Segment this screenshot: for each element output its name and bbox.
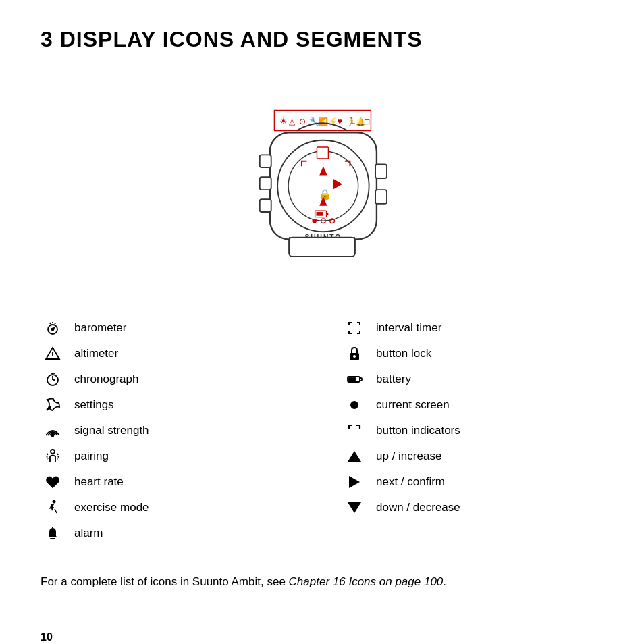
exercise-mode-label: exercise mode [74,501,149,514]
svg-rect-53 [349,378,355,381]
heart-rate-icon [41,474,65,490]
button-lock-label: button lock [376,347,431,360]
battery-item: battery [342,367,603,392]
page-title: 3 DISPLAY ICONS AND SEGMENTS [41,27,603,52]
svg-rect-15 [375,164,387,178]
button-lock-item: button lock [342,341,603,367]
footer-text: For a complete list of icons in Suunto A… [41,573,603,591]
chronograph-icon [41,371,65,387]
heart-rate-label: heart rate [74,475,124,489]
svg-rect-32 [289,238,355,257]
interval-timer-item: interval timer [342,315,603,341]
watch-diagram: ☀ △ ⊙ 🔧 📶 ⚡ ♥ 🏃 🔔 ⊡ [41,72,603,288]
altimeter-icon [41,346,65,362]
button-indicators-icon [342,423,367,439]
battery-icon [342,371,367,387]
svg-text:📶: 📶 [319,117,329,126]
chronograph-label: chronograph [74,373,138,386]
svg-point-35 [52,329,54,331]
pairing-item: pairing [41,444,302,469]
signal-strength-item: signal strength [41,418,302,444]
alarm-icon [41,525,65,541]
current-screen-icon [342,397,367,413]
svg-text:⊡: ⊡ [364,117,370,126]
svg-text:♥: ♥ [338,117,342,126]
signal-strength-label: signal strength [74,424,149,437]
barometer-item: barometer [41,315,302,341]
down-decrease-item: down / decrease [342,495,603,520]
icons-grid: barometer altimeter chron [41,315,603,546]
next-confirm-label: next / confirm [376,475,445,489]
battery-label: battery [376,373,411,386]
exercise-mode-icon [41,500,65,516]
right-icons-column: interval timer button lock battery [342,315,603,546]
svg-text:⊙: ⊙ [299,117,306,126]
svg-point-27 [312,219,317,223]
alarm-item: alarm [41,520,302,546]
svg-marker-55 [348,451,361,462]
button-indicators-item: button indicators [342,418,603,444]
interval-timer-icon [342,320,367,336]
barometer-label: barometer [74,321,126,335]
settings-item: settings [41,392,302,418]
page-number: 10 [41,631,603,643]
svg-rect-16 [375,190,387,204]
barometer-icon [41,320,65,336]
svg-point-50 [353,355,356,358]
interval-timer-label: interval timer [376,321,441,335]
svg-marker-57 [348,502,361,513]
current-screen-item: current screen [342,392,603,418]
svg-point-54 [350,401,358,409]
down-decrease-label: down / decrease [376,501,460,514]
svg-point-45 [51,450,55,454]
signal-strength-icon [41,423,65,439]
svg-point-46 [53,500,56,504]
svg-rect-14 [260,199,271,212]
button-lock-icon [342,346,367,362]
svg-rect-13 [260,177,271,190]
svg-rect-19 [317,147,328,159]
altimeter-label: altimeter [74,347,118,360]
footer-italic: Chapter 16 Icons on page 100 [289,575,444,588]
down-decrease-icon [342,500,367,516]
up-increase-label: up / increase [376,450,441,463]
settings-label: settings [74,398,114,412]
up-increase-icon [342,448,367,464]
left-icons-column: barometer altimeter chron [41,315,302,546]
pairing-icon [41,448,65,464]
up-increase-item: up / increase [342,444,603,469]
svg-rect-26 [317,212,323,216]
svg-rect-12 [260,155,271,167]
next-confirm-item: next / confirm [342,469,603,495]
next-confirm-icon [342,474,367,490]
heart-rate-item: heart rate [41,469,302,495]
exercise-mode-item: exercise mode [41,495,302,520]
svg-marker-56 [349,476,360,488]
button-indicators-label: button indicators [376,424,460,437]
current-screen-label: current screen [376,398,450,412]
svg-point-44 [52,435,54,437]
pairing-label: pairing [74,450,109,463]
svg-text:☀: ☀ [279,116,288,126]
altimeter-item: altimeter [41,341,302,367]
svg-text:🔒: 🔒 [319,188,331,200]
chronograph-item: chronograph [41,367,302,392]
svg-rect-52 [360,378,362,381]
settings-icon [41,397,65,413]
svg-rect-25 [327,213,329,215]
alarm-label: alarm [74,527,103,540]
svg-text:△: △ [289,117,296,126]
